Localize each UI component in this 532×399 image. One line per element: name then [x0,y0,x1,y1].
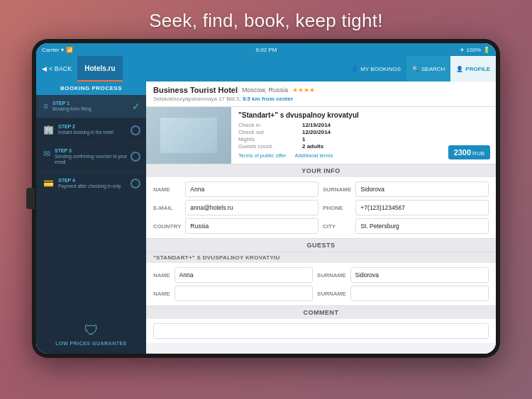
step-1-check: ✓ [132,101,140,112]
status-battery: ✈ 100% 🔋 [460,47,490,53]
room-subsection-header: "STANDART+" S DVUSPALNOY KROVATYIU [146,252,496,263]
step-4-label: STEP 4 [58,178,121,183]
app-headline: Seek, find, book, keep tight! [149,0,383,39]
device-screen: Carrier ▾ 📶 9:02 PM ✈ 100% 🔋 ◀ < BACK Ho… [36,43,496,354]
nav-bar: ◀ < BACK Hotels.ru 👤 MY BOOKINGS 🔍 SEARC… [36,56,496,82]
price-badge: 2300RUB [448,145,490,159]
email-input[interactable] [185,200,318,215]
step-3-desc: Sending confirming voucher to your email [55,154,139,166]
guests-label: Guests count [238,143,288,150]
guest2-name-label: NAME [153,291,170,297]
hotel-address: Selskokhozyaystvennaya 17 Bld.5, 9.5 km … [153,96,489,102]
your-info-header: YOUR INFO [146,164,496,177]
step-1-item[interactable]: ≡ STEP 1 Booking form filling ✓ [36,95,146,118]
hotel-distance: 9.5 km from center [243,96,293,102]
guest2-surname-input[interactable] [350,286,489,301]
step-2-circle [131,125,140,135]
guest1-name-label: NAME [153,272,170,279]
status-time: 9:02 PM [256,47,277,53]
step-3-label: STEP 3 [55,148,139,153]
city-input[interactable] [355,218,489,234]
guest2-surname-label: SURNAME [317,291,345,297]
step-4-desc: Payment after checking in only [58,184,121,189]
name-input[interactable] [185,181,318,197]
country-input[interactable] [185,218,318,234]
sidebar: Booking process ≡ STEP 1 Booking form fi… [36,82,146,354]
step-3-circle [131,152,140,162]
email-label: E-MAIL [153,205,181,211]
checkout-value: 12/20/2014 [302,129,331,135]
terms-link[interactable]: Terms of public offer [238,152,286,159]
shield-icon: 🛡 [43,322,139,339]
step-4-icon: 💳 [43,179,54,189]
room-name: "Standart+" s dvuspalnoy krovatyul [238,111,441,119]
surname-label: SURNAME [323,186,351,193]
nights-label: Nights [238,136,288,142]
home-button[interactable] [26,188,35,209]
step-2-icon: 🏢 [43,125,54,135]
checkout-label: Check out [238,129,288,135]
hotel-details: "Standart+" s dvuspalnoy krovatyul Check… [231,107,448,164]
guest2-name-input[interactable] [174,286,313,301]
hotel-name: Business Tourist Hotel [153,86,238,94]
step-3-icon: ✉ [43,149,50,159]
step-1-desc: Booking form filling [52,106,92,112]
guest1-surname-input[interactable] [350,267,489,283]
step-1-label: STEP 1 [52,101,92,106]
sidebar-footer: 🛡 LOW PRICES GUARANTEE [36,315,146,354]
guests-value: 2 adults [302,143,323,150]
hotel-stars: ★★★★ [292,86,315,94]
step-2-item[interactable]: 🏢 STEP 2 Instant booking in the hotel [36,118,146,142]
guest1-surname-label: SURNAME [317,272,345,279]
main-content: Booking process ≡ STEP 1 Booking form fi… [36,82,496,354]
surname-input[interactable] [355,181,489,197]
sidebar-header: Booking process [36,82,146,95]
guarantee-text: LOW PRICES GUARANTEE [43,340,139,347]
step-2-desc: Instant booking in the hotel [58,130,113,135]
right-panel: Business Tourist Hotel Moscow, Russia ★★… [146,82,496,354]
guests-form: NAME SURNAME NAME SURNAME [146,263,496,305]
nights-value: 1 [302,136,305,142]
price-currency: RUB [472,150,484,157]
phone-label: PHONE [323,205,351,211]
bookings-button[interactable]: 👤 MY BOOKINGS [345,56,406,82]
hotel-header: Business Tourist Hotel Moscow, Russia ★★… [146,82,496,107]
back-button[interactable]: ◀ < BACK [36,65,77,72]
profile-button[interactable]: 👤 PROFILE [450,56,496,82]
comment-header: COMMENT [146,305,496,319]
your-info-form: NAME SURNAME E-MAIL PHONE COUNTRY CITY [146,177,496,238]
step-1-icon: ≡ [43,101,48,111]
comment-section [146,319,496,343]
status-bar: Carrier ▾ 📶 9:02 PM ✈ 100% 🔋 [36,43,496,56]
checkin-value: 12/19/2014 [302,122,331,128]
hotel-body: "Standart+" s dvuspalnoy krovatyul Check… [146,107,496,164]
guests-header: GUESTS [146,238,496,252]
status-carrier: Carrier ▾ 📶 [42,47,73,53]
city-label: CITY [323,223,351,230]
device-frame: Carrier ▾ 📶 9:02 PM ✈ 100% 🔋 ◀ < BACK Ho… [32,39,500,358]
brand-logo: Hotels.ru [77,56,122,82]
step-2-label: STEP 2 [58,124,113,129]
step-4-item[interactable]: 💳 STEP 4 Payment after checking in only [36,172,146,196]
name-label: NAME [153,186,181,193]
comment-input[interactable] [153,323,489,339]
hotel-image [146,107,231,164]
guest1-name-input[interactable] [174,267,313,283]
hotel-location: Moscow, Russia [242,86,288,94]
additional-terms-link[interactable]: Additional terms [294,152,333,159]
checkin-label: Check in [238,122,288,128]
phone-input[interactable] [355,200,489,215]
search-button[interactable]: 🔍 SEARCH [406,56,450,82]
step-3-item[interactable]: ✉ STEP 3 Sending confirming voucher to y… [36,142,146,172]
country-label: COUNTRY [153,223,181,230]
step-4-circle [131,179,140,189]
